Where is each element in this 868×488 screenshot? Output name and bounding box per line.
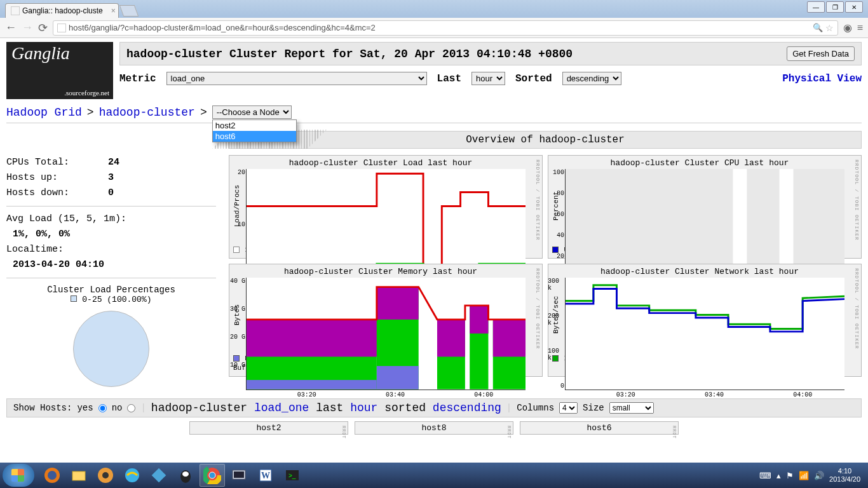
node-option[interactable]: host6 [213, 131, 296, 142]
chart-network[interactable]: RRDTOOL / TOBI OETIKER hadoop-cluster Cl… [548, 264, 862, 377]
search-icon[interactable]: 🔍 [813, 23, 823, 32]
chart-load[interactable]: RRDTOOL / TOBI OETIKER hadoop-cluster Cl… [229, 155, 543, 259]
metric-select[interactable]: load_one [166, 72, 427, 85]
site-icon [57, 24, 66, 32]
svg-rect-19 [72, 471, 85, 480]
overview-title: Overview of hadoop-cluster [229, 131, 862, 149]
svg-rect-32 [234, 471, 244, 478]
browser-tab[interactable]: Ganglia:: hadoop-cluste × [5, 3, 119, 18]
windows-taskbar: W >_ ⌨ ▴ ⚑ 📶 🔊 4:10 2013/4/20 [0, 463, 868, 488]
stat-value: 1%, 0%, 0% [6, 227, 216, 242]
back-button[interactable]: ← [5, 21, 17, 34]
window-controls: — ❐ ✕ [807, 1, 863, 13]
volume-icon[interactable]: 🔊 [814, 471, 824, 480]
url-text: host6/ganglia/?c=hadoop-cluster&m=load_o… [69, 23, 810, 32]
last-select[interactable]: hour [471, 72, 505, 85]
last-label: Last [437, 73, 461, 85]
svg-point-25 [182, 471, 189, 477]
breadcrumb-cluster[interactable]: hadoop-cluster [99, 106, 195, 119]
bookmark-icon[interactable]: ☆ [825, 23, 834, 33]
host-name: host2 [191, 423, 346, 433]
network-icon[interactable]: 📶 [799, 471, 809, 480]
svg-point-21 [102, 472, 109, 478]
chart-plot: 300 k200 k100 k0 [565, 278, 844, 390]
ganglia-logo[interactable]: Ganglia .sourceforge.net [6, 42, 113, 99]
chart-title: hadoop-cluster Cluster Network last hour [552, 267, 847, 276]
stat-label: Avg Load (15, 5, 1m): [6, 212, 216, 227]
chart-title: hadoop-cluster Cluster CPU last hour [552, 158, 847, 168]
pie-legend: 0-25 (100.00%) [82, 295, 151, 304]
show-hosts-no: no [112, 403, 123, 413]
get-fresh-data-button[interactable]: Get Fresh Data [787, 46, 855, 61]
svg-rect-12 [437, 320, 465, 357]
firefox-icon[interactable] [39, 464, 65, 487]
host-thumbnail[interactable]: RRDT host2 [189, 421, 348, 435]
stat-label: Hosts up: [6, 170, 108, 186]
host-thumbnail[interactable]: RRDT host6 [520, 421, 679, 435]
svg-rect-6 [247, 320, 377, 357]
word-icon[interactable]: W [253, 464, 278, 487]
svg-text:W: W [261, 471, 270, 480]
report-title-bar: hadoop-cluster Cluster Report for Sat, 2… [119, 42, 862, 65]
terminal-icon[interactable]: >_ [280, 464, 305, 487]
metric-label: Metric [119, 73, 156, 85]
cluster-stats: CPUs Total:24 Hosts up:3 Hosts down:0 Av… [6, 155, 216, 278]
svg-rect-10 [377, 366, 419, 390]
summary-cluster: hadoop-cluster [151, 402, 247, 414]
stat-label: Hosts down: [6, 186, 108, 201]
menu-icon[interactable]: ≡ [857, 22, 863, 34]
chart-plot: 40 G30 G20 G10 G [246, 278, 526, 390]
close-icon[interactable]: × [111, 6, 116, 15]
taskbar-clock[interactable]: 4:10 2013/4/20 [829, 467, 860, 484]
node-option[interactable]: host2 [213, 120, 296, 131]
box-icon[interactable] [146, 464, 172, 487]
stat-value: 24 [108, 155, 119, 170]
extension-icon[interactable]: ◉ [843, 22, 852, 34]
chrome-icon[interactable] [200, 464, 225, 487]
url-bar[interactable]: host6/ganglia/?c=hadoop-cluster&m=load_o… [53, 20, 838, 36]
sorted-label: Sorted [515, 73, 552, 85]
ie-icon[interactable] [119, 464, 145, 487]
svg-rect-7 [247, 380, 377, 390]
media-icon[interactable] [93, 464, 118, 487]
show-hosts-yes-radio[interactable] [98, 404, 107, 412]
show-hosts-no-radio[interactable] [127, 404, 135, 412]
tab-title: Ganglia:: hadoop-cluste [22, 6, 103, 15]
stat-label: Localtime: [6, 242, 216, 257]
chart-memory[interactable]: RRDTOOL / TOBI OETIKER hadoop-cluster Cl… [229, 264, 543, 377]
maximize-button[interactable]: ❐ [826, 1, 844, 13]
tray-chevron-icon[interactable]: ▴ [776, 471, 781, 480]
sorted-select[interactable]: descending [562, 72, 621, 85]
choose-node-select[interactable]: --Choose a Node [212, 105, 292, 119]
keyboard-icon[interactable]: ⌨ [759, 471, 771, 480]
summary-last-word: last [316, 402, 343, 414]
explorer-icon[interactable] [66, 464, 92, 487]
rrdtool-label: RRDTOOL / TOBI OETIKER [854, 268, 860, 349]
forward-button[interactable]: → [22, 21, 33, 34]
breadcrumb-grid[interactable]: Hadoop Grid [6, 106, 82, 119]
columns-label: Columns [517, 403, 554, 413]
new-tab-button[interactable] [119, 5, 139, 17]
size-label: Size [583, 403, 604, 413]
svg-text:>_: >_ [288, 472, 296, 479]
chart-cpu[interactable]: RRDTOOL / TOBI OETIKER hadoop-cluster Cl… [548, 155, 862, 259]
qq-icon[interactable] [173, 464, 198, 487]
physical-view-link[interactable]: Physical View [782, 73, 862, 85]
browser-toolbar: ← → ⟳ host6/ganglia/?c=hadoop-cluster&m=… [0, 18, 868, 38]
start-button[interactable] [3, 464, 34, 487]
chart-title: hadoop-cluster Cluster Memory last hour [233, 267, 528, 276]
reload-button[interactable]: ⟳ [38, 21, 48, 35]
columns-select[interactable]: 4 [559, 402, 578, 414]
svg-point-18 [48, 471, 57, 480]
chevron-icon: > [200, 106, 207, 119]
minimize-button[interactable]: — [807, 1, 825, 13]
flag-icon[interactable]: ⚑ [786, 471, 794, 480]
svg-rect-14 [470, 306, 488, 334]
size-select[interactable]: small [609, 402, 654, 414]
putty-icon[interactable] [226, 464, 252, 487]
close-button[interactable]: ✕ [845, 1, 863, 13]
stat-label: CPUs Total: [6, 155, 108, 170]
host-thumbnail[interactable]: RRDT host8 [355, 421, 513, 435]
host-name: host8 [356, 423, 512, 433]
show-hosts-label: Show Hosts: [13, 403, 72, 413]
